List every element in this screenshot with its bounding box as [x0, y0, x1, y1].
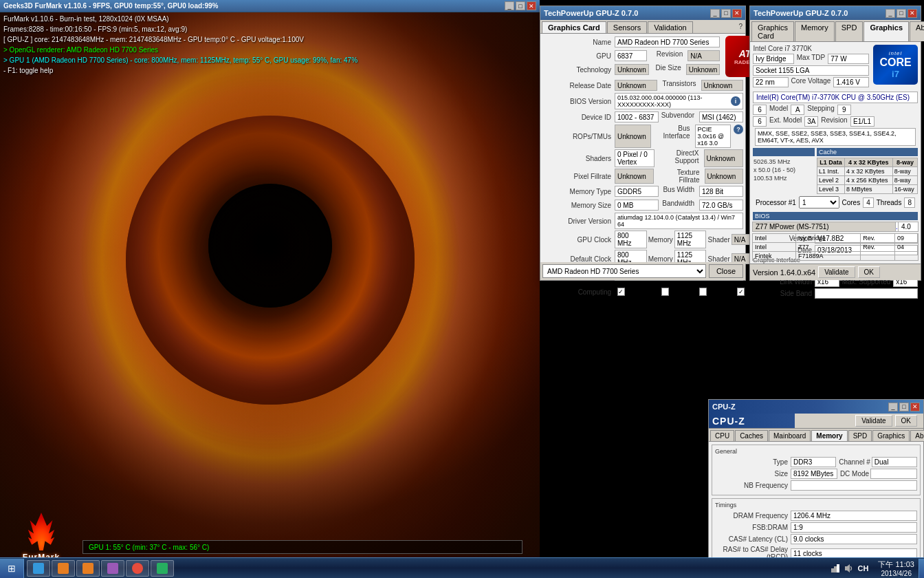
cpuz-cache-l3-assoc: 16-way [892, 185, 917, 194]
cpuz-tab-caches[interactable]: Caches [735, 430, 768, 441]
cpuz-bottom-minimize[interactable]: _ [888, 403, 898, 411]
cpuz-top-ok-btn[interactable]: OK [858, 266, 880, 278]
cpuz-cores-label: Cores [842, 199, 861, 206]
gpuz-value-memtype: GDDR5 [615, 186, 659, 197]
cpuz-bottom-restore[interactable]: □ [899, 403, 909, 411]
taskbar-clock[interactable]: 下午 11:03 2013/4/26 [874, 559, 918, 577]
cpuz-tab-graphics[interactable]: Graphics [864, 21, 909, 41]
furmark-line2: Frames:8288 - time:00:16:50 - FPS:9 (min… [3, 24, 358, 34]
cpuz-freq2-val: x 50.0 (16 - 50) [753, 166, 815, 174]
gpuz-label-release: Release Date [542, 82, 615, 89]
taskbar-item-app2[interactable] [126, 560, 149, 577]
cpuz-tab-memory-active[interactable]: Memory [811, 430, 847, 441]
cpuz-top-title: TechPowerUp GPU-Z 0.7.0 [754, 9, 848, 17]
taskbar-app1-icon [107, 563, 118, 574]
cpuz-model-val: A [791, 105, 804, 115]
cpuz-top-restore[interactable]: □ [896, 9, 906, 18]
furmark-minimize[interactable]: _ [505, 1, 514, 10]
cpuz-z77-brand1: Intel [753, 234, 796, 243]
cpuz-tab-spd[interactable]: SPD [835, 21, 864, 41]
cpuz-proc-label: Processor #1 [756, 199, 796, 206]
cpuz-nbfreq-val [791, 480, 917, 491]
taskbar-start-button[interactable]: ⊞ [0, 559, 24, 578]
taskbar-item-ie[interactable] [27, 560, 50, 577]
network-svg [830, 563, 841, 574]
gpuz-value-bw: 72.0 GB/s [699, 200, 743, 211]
taskbar-item-app1[interactable] [101, 560, 124, 577]
furmark-maximize[interactable]: □ [516, 1, 525, 10]
cpuz-z77-area: Z77 MPower (MS-7751) 4.0 Intel Ivy Bridg… [750, 220, 921, 263]
tray-ime-icon[interactable]: CH [857, 563, 868, 574]
gpuz-label-subvendor: Subvendor [660, 111, 698, 122]
cpuz-bottom-validate-btn[interactable]: Validate [855, 415, 892, 427]
cpuz-tab-about[interactable]: About [910, 21, 924, 41]
cpuz-gi-sb-row: Side Band [753, 288, 918, 299]
cpuz-cores-val: 4 [863, 197, 874, 208]
gpuz-tab-sensors[interactable]: Sensors [607, 21, 647, 33]
gpuz-tab-graphics[interactable]: Graphics Card [542, 21, 606, 33]
taskbar-show-desktop[interactable] [918, 559, 924, 578]
cpuz-z77-brand2: Intel [753, 243, 796, 252]
cpuz-cache-section: Cache L1 Data 4 x 32 KBytes 8-way L1 Ins… [817, 148, 918, 194]
cpuz-proc-dropdown[interactable]: 1 [799, 196, 839, 208]
gpuz-opencl-check[interactable] [617, 288, 625, 296]
furmark-close[interactable]: ✕ [527, 1, 536, 10]
gpuz-value-shaders: 0 Pixel / 0 Vertex [615, 149, 654, 167]
cpuz-tab-memory[interactable]: Memory [795, 21, 835, 41]
cpuz-rev-label: Revision [821, 116, 847, 127]
cpuz-tab-about-bottom[interactable]: About [910, 430, 924, 441]
gpuz-minimize[interactable]: _ [710, 9, 720, 18]
cpuz-freq4-val [753, 182, 815, 191]
taskbar-item-app3[interactable] [151, 560, 174, 577]
taskbar-item-explorer[interactable] [52, 560, 75, 577]
gpuz-window: TechPowerUp GPU-Z 0.7.0 _ □ ✕ Graphics C… [540, 6, 746, 281]
cpuz-nbfreq-label: NB Frequency [715, 482, 791, 489]
cpuz-cache-l1i-size: 4 x 32 KBytes [844, 167, 892, 176]
cpuz-z77-name3: F71889A [796, 252, 861, 261]
cpuz-cache-freq-section: 5026.35 MHz x 50.0 (16 - 50) 100.53 MHz … [753, 148, 918, 194]
cpuz-mem-type-label: Type [715, 458, 791, 466]
cpuz-tab-cpu[interactable]: CPU [710, 430, 734, 441]
cpuz-bottom-close[interactable]: ✕ [910, 403, 920, 411]
cpuz-top-controls: _ □ ✕ [886, 9, 917, 18]
cpuz-logo-text: CPU-Z [712, 416, 791, 427]
gpuz-close[interactable]: ✕ [732, 9, 742, 18]
cpuz-top-close[interactable]: ✕ [908, 9, 917, 18]
gpuz-bios-info[interactable]: i [731, 96, 740, 106]
gpuz-close-button[interactable]: Close [709, 264, 743, 278]
gpuz-label-gpuclock: GPU Clock [542, 236, 615, 244]
gpuz-dc-check[interactable] [737, 288, 745, 296]
cpuz-cache-header-row: L1 Data 4 x 32 KBytes 8-way [817, 158, 918, 167]
gpuz-cuda-check[interactable] [661, 288, 669, 296]
gpuz-gpu-select[interactable]: AMD Radeon HD 7700 Series [542, 264, 706, 278]
cpuz-tdp-label: Max TDP [797, 54, 826, 64]
furmark-line4: > OpenGL renderer: AMD Radeon HD 7700 Se… [3, 45, 358, 55]
cpuz-tab-graphics-bottom[interactable]: Graphics [872, 430, 910, 441]
gpuz-bus-info[interactable]: ? [734, 125, 743, 134]
cpuz-tab-spd-bottom[interactable]: SPD [848, 430, 872, 441]
cpuz-top-validate-btn[interactable]: Validate [818, 266, 855, 278]
cpuz-top-minimize[interactable]: _ [886, 9, 895, 18]
cpuz-tab-mainboard[interactable]: Mainboard [769, 430, 811, 441]
cpuz-threads-label: Threads [877, 199, 902, 206]
taskbar-item-mediaplayer[interactable] [76, 560, 100, 577]
cpuz-tab-graphics-card[interactable]: Graphics Card [751, 21, 794, 41]
gpuz-tab-validation[interactable]: Validation [648, 21, 693, 33]
cpuz-timings-title: Timings [715, 502, 917, 509]
tray-volume-icon[interactable] [844, 563, 855, 574]
gpuz-help-icon[interactable]: ? [736, 21, 745, 33]
gpuz-restore[interactable]: □ [721, 9, 731, 18]
cpuz-fsb-val: 1:9 [791, 522, 917, 533]
gpuz-value-name: AMD Radeon HD 7700 Series [615, 36, 720, 47]
svg-rect-1 [834, 566, 837, 572]
cpuz-channel-label: Channel # [839, 458, 870, 466]
gpuz-physx-check[interactable] [699, 288, 707, 296]
gpu-temp-bar: GPU 1: 55° C (min: 37° C - max: 56° C) [82, 540, 522, 554]
cpuz-bottom-ok-btn[interactable]: OK [895, 415, 917, 427]
gpuz-row-gpuclock: GPU Clock 800 MHz Memory 1125 MHz Shader… [542, 231, 743, 248]
cpuz-mem-size-row: Size 8192 MBytes DC Mode [715, 469, 917, 479]
cpuz-extmodel-label: Ext. Model [769, 116, 802, 127]
cpuz-model-label: Model [769, 105, 788, 115]
tray-network-icon[interactable] [830, 563, 841, 574]
cpuz-rev-val: E1/L1 [850, 116, 874, 127]
